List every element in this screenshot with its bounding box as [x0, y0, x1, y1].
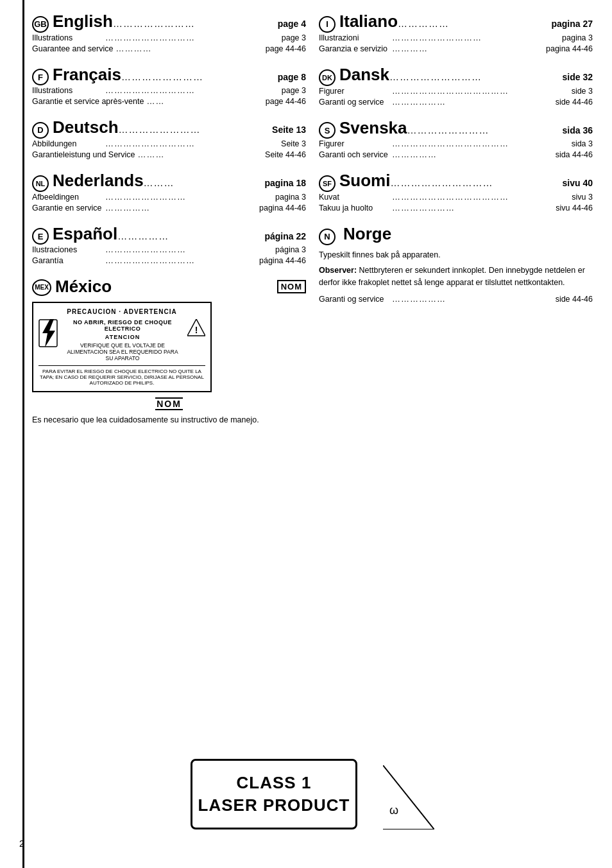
english-title: English	[53, 12, 113, 31]
class-laser-line1: CLASS 1	[237, 773, 312, 793]
page-number: 2	[19, 838, 24, 849]
english-dots: ……………………	[113, 18, 278, 29]
norway-line1: Typeskilt finnes bak på apparaten.	[319, 249, 593, 261]
english-sub2: Guarantee and service ………… page 44-46	[32, 44, 306, 53]
norway-badge: N	[319, 229, 336, 245]
mexico-title-group: MEX México	[32, 277, 112, 297]
italiano-pageref: pagina 27	[551, 19, 593, 29]
dansk-title: Dansk	[339, 65, 389, 85]
espanol-title: Español	[53, 224, 117, 244]
norway-title-text: Norge	[343, 224, 391, 244]
espanol-badge: E	[32, 228, 49, 245]
francais-pageref: page 8	[278, 72, 306, 82]
deutsch-pageref: Seite 13	[272, 125, 306, 135]
corner-omega-symbol: ω	[389, 804, 398, 817]
nom-badge-top: NOM	[277, 280, 306, 293]
deutsch-sub2: Garantieleistung und Service ……… Seite 4…	[32, 150, 306, 159]
svenska-badge: S	[319, 122, 336, 139]
nederlands-title: Nederlands	[53, 171, 144, 191]
mexico-warning-box: PRECAUCION · ADVERTENCIA NO ABRIR, RIESG…	[32, 302, 212, 392]
dansk-dots: ………………………	[389, 71, 562, 82]
espanol-section: E Español …………… página 22 Ilustraciones …	[32, 224, 306, 266]
english-badge: GB	[32, 16, 49, 33]
norway-section: N Norge Typeskilt finnes bak på apparate…	[319, 224, 593, 306]
francais-sub1: Illustrations ………………………… page 3	[32, 85, 306, 95]
svenska-sub1: Figurer ………………………………… sida 3	[319, 139, 593, 148]
suomi-sub2: Takuu ja huolto ………………… sivu 44-46	[319, 203, 593, 213]
nederlands-dots: ………	[144, 177, 265, 188]
espanol-pageref: página 22	[264, 231, 306, 241]
mexico-note: Es necesario que lea cuidadosamente su i…	[32, 414, 306, 426]
italiano-sub1: Illustrazioni ………………………… pagina 3	[319, 33, 593, 42]
deutsch-section: D Deutsch …………………… Seite 13 Abbildungen …	[32, 117, 306, 159]
suomi-dots: …………………………	[390, 177, 562, 188]
english-section: GB English …………………… page 4 Illustrations…	[32, 12, 306, 53]
norway-sub1: Garanti og service ……………… side 44-46	[319, 293, 593, 306]
suomi-section: SF Suomi ………………………… sivu 40 Kuvat …………………	[319, 171, 593, 213]
svg-text:!: !	[195, 325, 198, 335]
atencion-text: VERIFIQUE QUE EL VOLTAJE DE ALIMENTACION…	[63, 342, 182, 361]
warning-line1: NO ABRIR, RIESGO DE CHOQUE ELECTRICO	[63, 319, 182, 332]
deutsch-title: Deutsch	[53, 117, 119, 137]
nom-center-area: NOM	[32, 397, 306, 410]
nom-overline: NOM	[155, 397, 183, 410]
nederlands-sub2: Garantie en service …………… pagina 44-46	[32, 203, 306, 213]
italiano-sub2: Garanzia e servizio ………… pagina 44-46	[319, 44, 593, 53]
suomi-pageref: sivu 40	[563, 178, 593, 188]
dansk-section: DK Dansk ……………………… side 32 Figurer ………………	[319, 65, 593, 107]
italiano-badge: I	[319, 16, 336, 33]
suomi-badge: SF	[319, 175, 336, 192]
nederlands-pageref: pagina 18	[264, 178, 306, 188]
deutsch-dots: ……………………	[119, 124, 272, 135]
francais-sub2: Garantie et service après-vente …… page …	[32, 96, 306, 106]
svenska-pageref: sida 36	[563, 125, 593, 135]
english-sub1: Illustrations ………………………… page 3	[32, 33, 306, 42]
suomi-sub1: Kuvat ………………………………… sivu 3	[319, 192, 593, 202]
italiano-section: I Italiano …………… pagina 27 Illustrazioni…	[319, 12, 593, 53]
warning-footer: PARA EVITAR EL RIESGO DE CHOQUE ELECTRIC…	[38, 365, 205, 386]
svenska-section: S Svenska …………………… sida 36 Figurer ………………	[319, 118, 593, 160]
espanol-sub2: Garantía ………………………… página 44-46	[32, 256, 306, 265]
francais-badge: F	[32, 69, 49, 85]
deutsch-sub1: Abbildungen ………………………… Seite 3	[32, 139, 306, 148]
english-pageref: page 4	[278, 19, 306, 29]
norway-observer: Observer: Nettbryteren er sekundert innk…	[319, 265, 593, 289]
class-laser-box: CLASS 1 LASER PRODUCT	[191, 759, 357, 829]
corner-symbol-area: ω	[383, 765, 434, 829]
mexico-title-text: México	[55, 277, 112, 297]
svenska-dots: ……………………	[407, 125, 563, 135]
svenska-sub2: Garanti och service …………… sida 44-46	[319, 150, 593, 159]
svenska-title: Svenska	[339, 118, 407, 138]
norway-observer-label: Observer:	[319, 266, 357, 275]
italiano-dots: ……………	[398, 18, 551, 29]
exclamation-icon: !	[187, 319, 205, 352]
espanol-sub1: Ilustraciones ……………………… página 3	[32, 245, 306, 254]
dansk-sub2: Garanti og service ……………… side 44-46	[319, 97, 593, 107]
nederlands-section: NL Nederlands ……… pagina 18 Afbeeldingen…	[32, 171, 306, 213]
deutsch-badge: D	[32, 122, 49, 139]
nederlands-badge: NL	[32, 175, 49, 192]
mexico-section: MEX México NOM PRECAUCION · ADVERTENCIA	[32, 277, 306, 426]
francais-section: F Français …………………… page 8 Illustrations…	[32, 65, 306, 107]
class-laser-line2: LASER PRODUCT	[198, 795, 350, 815]
atencion-title: ATENCION	[63, 334, 182, 340]
lightning-icon	[38, 319, 58, 352]
mexico-badge: MEX	[32, 279, 51, 296]
espanol-dots: ……………	[117, 230, 264, 241]
dansk-sub1: Figurer ………………………………… side 3	[319, 86, 593, 96]
dansk-badge: DK	[319, 69, 336, 86]
nederlands-sub1: Afbeeldingen ……………………… pagina 3	[32, 192, 306, 202]
svg-marker-0	[42, 319, 55, 347]
corner-triangle-icon	[383, 765, 434, 829]
dansk-pageref: side 32	[563, 72, 593, 82]
warning-title: PRECAUCION · ADVERTENCIA	[38, 308, 205, 315]
italiano-title: Italiano	[339, 12, 398, 31]
norway-observer-text: Nettbryteren er sekundert innkoplet. Den…	[319, 266, 585, 287]
francais-dots: ……………………	[121, 71, 278, 82]
francais-title: Français	[53, 65, 121, 85]
suomi-title: Suomi	[339, 171, 390, 191]
